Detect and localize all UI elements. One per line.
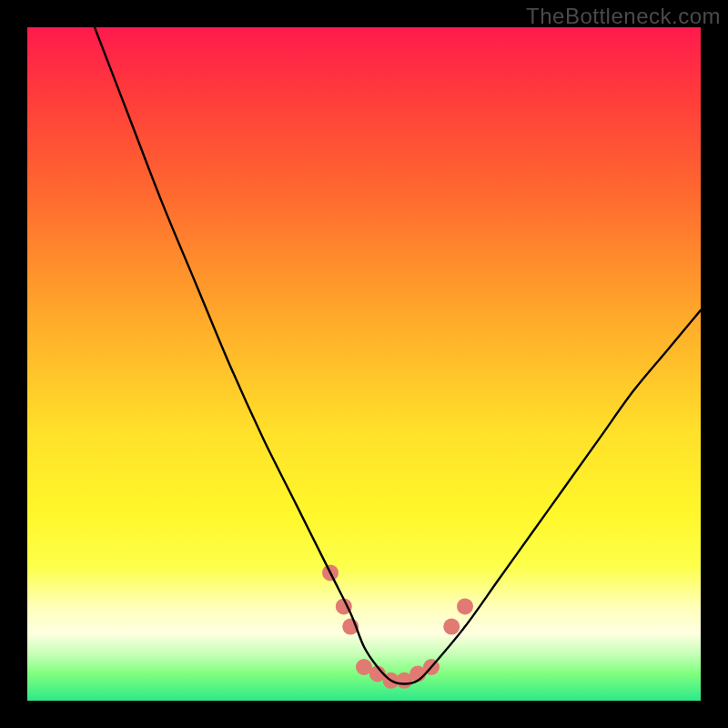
chart-frame: TheBottleneck.com xyxy=(0,0,728,728)
bottleneck-curve xyxy=(95,27,701,684)
watermark-text: TheBottleneck.com xyxy=(526,4,721,29)
plot-area xyxy=(27,27,701,701)
markers-group xyxy=(322,564,473,688)
curve-marker xyxy=(443,619,460,635)
curve-marker xyxy=(457,598,473,614)
curve-svg xyxy=(27,27,701,701)
